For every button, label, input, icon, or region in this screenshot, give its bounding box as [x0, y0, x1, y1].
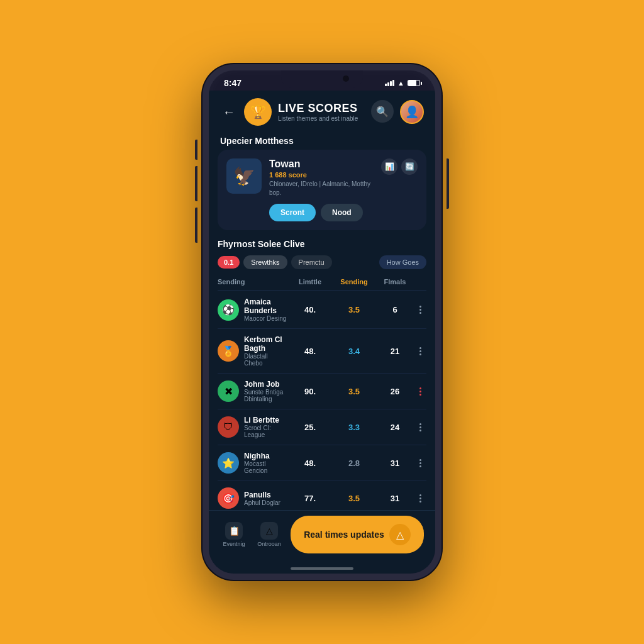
row-text: Johm Job Sunste Bntiga Dbintaling [244, 380, 288, 402]
row-menu[interactable] [414, 494, 426, 502]
filter-badge: 0.1 [218, 256, 240, 269]
row-finals: 24 [376, 423, 414, 432]
avatar[interactable]: 👤 [400, 100, 424, 124]
back-button[interactable]: ← [220, 103, 238, 122]
row-finals: 26 [376, 387, 414, 396]
row-sub: Scrocl Cl: League [244, 425, 288, 438]
app-title: LIVE SCORES [278, 102, 365, 115]
nav-item-control[interactable]: △ Ontrooan [255, 522, 283, 547]
table-row: 🏅 Kerbom Cl Bagth Dlasctall Chebo 48. 3.… [218, 329, 426, 374]
col-header-sending: Sending [218, 278, 288, 286]
row-limit: 48. [288, 347, 332, 356]
upcoming-label: Upecier Motthess [209, 131, 435, 150]
row-info: ⭐ Nighha Mocastl Gencion [218, 452, 288, 474]
row-menu[interactable] [414, 459, 426, 467]
filter-how-goes[interactable]: How Goes [379, 255, 426, 269]
events-icon: 📋 [225, 522, 243, 540]
nav-item-events[interactable]: 📋 Eventnig [220, 522, 248, 547]
row-name: Johm Job [244, 380, 288, 389]
card-info: Towan 1 688 score Chlonaver, lDrelo | Aa… [269, 158, 418, 221]
row-name: Kerbom Cl Bagth [244, 335, 288, 353]
row-avatar: ✖ [218, 380, 239, 402]
row-avatar: 🏅 [218, 340, 239, 362]
card-chart-icon[interactable]: 📊 [381, 158, 397, 175]
row-menu[interactable] [414, 423, 426, 431]
status-time: 8:47 [224, 78, 242, 88]
row-score: 3.5 [332, 494, 376, 503]
row-menu[interactable] [414, 347, 426, 355]
bottom-bar: 📋 Eventnig △ Ontrooan Real times updates… [209, 510, 435, 564]
table-header: Sending Limttle Sending Flmals [218, 275, 426, 291]
battery-icon [408, 80, 420, 86]
table-row: ⭐ Nighha Mocastl Gencion 48. 2.8 31 [218, 445, 426, 481]
mood-button[interactable]: Nood [321, 204, 363, 221]
row-score: 3.3 [332, 423, 376, 432]
row-menu[interactable] [414, 306, 426, 314]
row-score: 2.8 [332, 458, 376, 468]
row-name: Amaica Bunderls [244, 297, 288, 315]
row-finals: 21 [376, 347, 414, 356]
row-menu[interactable] [414, 387, 426, 396]
screen: ← 🏆 LIVE SCORES Listen themes and est in… [209, 91, 435, 510]
status-icons: ▲ [385, 79, 420, 87]
filter-row: 0.1 Srewthks Premctu How Goes [218, 255, 426, 269]
card-buttons: Scront Nood [269, 204, 418, 221]
filter-srewthks[interactable]: Srewthks [243, 255, 287, 269]
scout-button[interactable]: Scront [269, 204, 316, 221]
row-name: Li Berbtte [244, 416, 288, 425]
row-score: 3.5 [332, 305, 376, 314]
row-finals: 31 [376, 494, 414, 503]
row-limit: 40. [288, 305, 332, 314]
row-avatar: ⚽ [218, 299, 239, 321]
row-info: 🏅 Kerbom Cl Bagth Dlasctall Chebo [218, 335, 288, 367]
badge-emoji: 🦅 [233, 166, 255, 187]
row-text: Panulls Aphul Doglar [244, 491, 280, 506]
wifi-icon: ▲ [397, 79, 404, 87]
row-name: Nighha [244, 452, 288, 460]
home-bar [291, 567, 353, 570]
notch-camera [343, 75, 349, 82]
col-header-sending-val: Sending [332, 278, 376, 286]
row-name: Panulls [244, 491, 280, 499]
real-time-text: Real times updates [304, 530, 384, 540]
row-avatar: ⭐ [218, 452, 239, 474]
card-score: 1 688 score [269, 171, 381, 179]
phone-frame: 8:47 ▲ ← 🏆 [203, 64, 441, 580]
row-limit: 48. [288, 458, 332, 468]
row-sub: Aphul Doglar [244, 499, 280, 506]
table-row: 🛡 Li Berbtte Scrocl Cl: League 25. 3.3 2… [218, 409, 426, 445]
table-row: ✖ Johm Job Sunste Bntiga Dbintaling 90. … [218, 374, 426, 409]
notch [281, 70, 363, 88]
team-badge: 🦅 [226, 158, 262, 194]
scores-title: Fhyrnost Solee Clive [218, 239, 426, 249]
filter-premctu[interactable]: Premctu [291, 255, 332, 269]
card-title: Towan [269, 158, 381, 170]
real-time-updates-button[interactable]: Real times updates △ [291, 516, 424, 553]
header-text: LIVE SCORES Listen themes and est inable [278, 102, 365, 122]
signal-icon [385, 80, 394, 86]
control-label: Ontrooan [257, 541, 281, 547]
table-body: ⚽ Amaica Bunderls Maocor Desing 40. 3.5 … [218, 291, 426, 510]
table-row: ⚽ Amaica Bunderls Maocor Desing 40. 3.5 … [218, 291, 426, 329]
row-text: Li Berbtte Scrocl Cl: League [244, 416, 288, 438]
row-avatar: 🛡 [218, 416, 239, 438]
events-label: Eventnig [223, 541, 245, 547]
control-icon: △ [260, 522, 278, 540]
row-sub: Maocor Desing [244, 315, 288, 322]
row-text: Amaica Bunderls Maocor Desing [244, 297, 288, 322]
row-limit: 77. [288, 494, 332, 503]
app-subtitle: Listen themes and est inable [278, 115, 365, 122]
row-sub: Mocastl Gencion [244, 460, 288, 474]
logo-emoji: 🏆 [250, 104, 266, 119]
row-score: 3.5 [332, 387, 376, 396]
row-info: 🛡 Li Berbtte Scrocl Cl: League [218, 416, 288, 438]
search-button[interactable]: 🔍 [371, 100, 394, 123]
card-details: Chlonaver, lDrelo | Aalmanic, Motthy bop… [269, 180, 381, 197]
featured-card: 🦅 Towan 1 688 score Chlonaver, lDrelo | … [218, 150, 426, 230]
card-refresh-icon[interactable]: 🔄 [401, 158, 418, 175]
scores-section: Fhyrnost Solee Clive 0.1 Srewthks Premct… [209, 239, 435, 510]
row-info: ✖ Johm Job Sunste Bntiga Dbintaling [218, 380, 288, 402]
row-info: 🎯 Panulls Aphul Doglar [218, 487, 288, 509]
row-score: 3.4 [332, 347, 376, 356]
real-time-icon: △ [389, 524, 411, 545]
